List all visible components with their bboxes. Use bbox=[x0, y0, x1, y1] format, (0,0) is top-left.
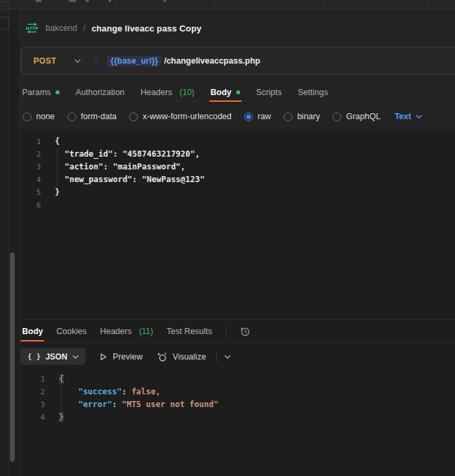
rail-divider bbox=[9, 9, 9, 476]
params-green-dot bbox=[56, 90, 60, 94]
divider bbox=[216, 351, 217, 362]
response-tab-cookies[interactable]: Cookies bbox=[56, 321, 86, 342]
method-label[interactable]: POST bbox=[33, 56, 56, 66]
radio-raw[interactable]: raw bbox=[244, 112, 271, 121]
radio-circle bbox=[23, 112, 31, 121]
tab-fragment bbox=[69, 0, 76, 2]
tab-headers[interactable]: Headers (10) bbox=[141, 84, 194, 101]
tab-params[interactable]: Params bbox=[22, 84, 60, 101]
response-body-viewer: 1 { 2 "success": false, 3 "error": "MT5 … bbox=[21, 370, 455, 476]
toolbar-chevron-down-icon[interactable] bbox=[224, 355, 231, 359]
preview-button[interactable]: Preview bbox=[98, 352, 143, 362]
vertical-scrollbar-thumb[interactable] bbox=[10, 252, 15, 462]
postman-app: { "breadcrumb": { "collection_name": "ba… bbox=[0, 0, 455, 476]
radio-form-data[interactable]: form-data bbox=[68, 112, 117, 121]
radio-circle-selected bbox=[244, 112, 253, 121]
chevron-down-icon bbox=[416, 114, 422, 118]
request-pane: HTTP bakcend / change liveacc pass Copy … bbox=[21, 9, 455, 131]
code-line: 1 { bbox=[21, 373, 455, 386]
code-line[interactable]: 6 bbox=[21, 199, 455, 212]
http-method-icon: HTTP bbox=[25, 23, 39, 33]
code-line: 3 "error": "MT5 user not found" bbox=[21, 398, 455, 411]
response-tab-body[interactable]: Body bbox=[22, 321, 43, 342]
method-dropdown-chevron-icon[interactable] bbox=[74, 59, 81, 63]
headers-count: (10) bbox=[179, 88, 194, 97]
tab-separator bbox=[428, 1, 429, 8]
radio-none[interactable]: none bbox=[23, 112, 55, 121]
response-tab-headers[interactable]: Headers (11) bbox=[100, 321, 153, 342]
code-line[interactable]: 4 "new_password": "NewPass@123" bbox=[21, 173, 455, 186]
response-headers-count: (11) bbox=[139, 327, 153, 336]
radio-circle bbox=[284, 112, 292, 121]
url-input[interactable]: /changeliveaccpass.php bbox=[164, 56, 260, 66]
play-icon bbox=[98, 352, 108, 362]
visualize-button[interactable]: Visualize bbox=[157, 351, 206, 362]
sparkle-icon bbox=[157, 351, 167, 362]
tab-settings[interactable]: Settings bbox=[298, 84, 328, 101]
url-bar: POST {{base_url}} /changeliveaccpass.php bbox=[21, 47, 455, 74]
response-format-select[interactable]: { } JSON bbox=[21, 348, 86, 365]
tab-fragment bbox=[35, 0, 41, 2]
tab-fragment bbox=[163, 0, 166, 2]
url-divider bbox=[96, 54, 96, 68]
raw-language-select[interactable]: Text bbox=[395, 112, 423, 121]
svg-text:HTTP: HTTP bbox=[26, 25, 39, 31]
code-line[interactable]: 5 } bbox=[21, 186, 455, 199]
breadcrumb-separator: / bbox=[83, 23, 85, 33]
code-line: 2 "success": false, bbox=[21, 386, 455, 398]
indent-guide bbox=[61, 386, 62, 411]
divider bbox=[225, 326, 226, 337]
radio-binary[interactable]: binary bbox=[284, 112, 320, 121]
radio-x-www-form-urlencoded[interactable]: x-www-form-urlencoded bbox=[129, 112, 232, 121]
breadcrumb: HTTP bakcend / change liveacc pass Copy bbox=[25, 17, 201, 39]
code-line[interactable]: 2 "trade_id": "4587463217920", bbox=[21, 148, 455, 161]
request-tabs: Params Authorization Headers (10) Body S… bbox=[21, 84, 455, 102]
tab-separator bbox=[214, 1, 215, 8]
tab-body[interactable]: Body bbox=[211, 84, 240, 101]
radio-circle bbox=[333, 112, 341, 121]
window-tab-strip bbox=[0, 0, 455, 9]
request-body-editor[interactable]: 1 { 2 "trade_id": "4587463217920", 3 "ac… bbox=[21, 131, 455, 320]
braces-icon: { } bbox=[27, 352, 41, 361]
radio-graphql[interactable]: GraphQL bbox=[333, 112, 380, 121]
body-mode-row: none form-data x-www-form-urlencoded raw… bbox=[21, 102, 455, 131]
code-line[interactable]: 3 "action": "mainPassword", bbox=[21, 161, 455, 173]
tab-scripts[interactable]: Scripts bbox=[256, 84, 282, 101]
response-tabs: Body Cookies Headers (11) Test Results bbox=[21, 321, 455, 343]
breadcrumb-collection[interactable]: bakcend bbox=[46, 23, 77, 33]
tab-fragment bbox=[108, 0, 111, 2]
response-history-icon[interactable] bbox=[240, 326, 250, 337]
response-tab-test-results[interactable]: Test Results bbox=[167, 321, 212, 342]
radio-circle bbox=[129, 112, 138, 121]
tab-authorization[interactable]: Authorization bbox=[76, 84, 124, 101]
code-line[interactable]: 1 { bbox=[21, 135, 455, 148]
tab-separator bbox=[115, 1, 116, 8]
body-green-dot bbox=[236, 90, 240, 94]
request-title[interactable]: change liveacc pass Copy bbox=[92, 23, 201, 33]
code-line: 4 } bbox=[21, 411, 455, 424]
sidebar-edge-button[interactable] bbox=[0, 1, 9, 11]
tab-separator bbox=[324, 1, 325, 8]
sidebar-edge-button[interactable] bbox=[0, 17, 9, 29]
indent-guide bbox=[57, 148, 58, 186]
left-rail bbox=[0, 9, 21, 476]
radio-circle bbox=[68, 112, 76, 121]
chevron-down-icon bbox=[72, 355, 79, 359]
response-toolbar: { } JSON Preview Visualize bbox=[21, 343, 455, 370]
tab-fragment bbox=[86, 0, 89, 2]
url-variable-chip[interactable]: {{base_url}} bbox=[107, 56, 161, 66]
